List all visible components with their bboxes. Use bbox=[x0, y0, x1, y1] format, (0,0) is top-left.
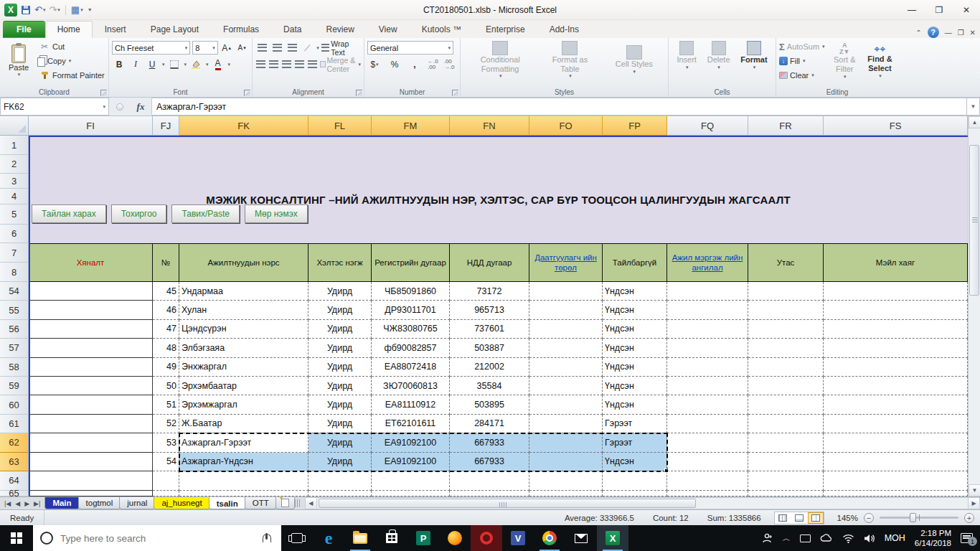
cell-FP63[interactable]: Үндсэн bbox=[603, 453, 667, 471]
wifi-icon[interactable] bbox=[842, 534, 854, 543]
cell-FQ61[interactable] bbox=[667, 415, 748, 433]
cell-FQ65[interactable] bbox=[667, 491, 748, 496]
cell-FI65[interactable] bbox=[29, 491, 153, 496]
formula-bar-input[interactable]: Азжаргал-Гэрээт bbox=[152, 98, 967, 116]
cell-FI64[interactable] bbox=[29, 471, 153, 491]
cell-FN65[interactable] bbox=[450, 491, 529, 496]
tab-scroll-splitter[interactable] bbox=[295, 499, 301, 507]
workbook-restore-icon[interactable]: ❐ bbox=[958, 29, 964, 37]
cell-FS57[interactable] bbox=[824, 339, 968, 357]
column-header-FQ[interactable]: FQ bbox=[667, 116, 748, 136]
scroll-up-icon[interactable]: ▲ bbox=[969, 116, 980, 128]
cell-FM61[interactable]: ЕТ62101611 bbox=[372, 415, 450, 433]
row-header-61[interactable]: 61 bbox=[0, 415, 29, 433]
cell-FN55[interactable]: 965713 bbox=[450, 301, 529, 319]
column-header-FR[interactable]: FR bbox=[748, 116, 824, 136]
percent-style-button[interactable]: % bbox=[387, 57, 402, 71]
sheet-top-region[interactable]: МЭЖИК КОНСАЛТИНГ –НИЙ АЖИЛТНУУДЫН НЭР, Х… bbox=[29, 136, 968, 243]
search-input[interactable] bbox=[60, 533, 255, 544]
cell-FP64[interactable] bbox=[603, 471, 667, 491]
find-select-button[interactable]: ⌖⌖Find & Select▾ bbox=[864, 39, 895, 83]
vertical-scrollbar[interactable]: ▲ ▼ bbox=[968, 116, 980, 496]
sheet-button-1[interactable]: Тайлан харах bbox=[32, 204, 106, 223]
undo-button[interactable]: ↶▾ bbox=[34, 4, 45, 15]
cell-FO62[interactable] bbox=[529, 433, 603, 452]
cell-FI60[interactable] bbox=[29, 395, 153, 414]
cell-FP57[interactable]: Үндсэн bbox=[603, 339, 667, 357]
cell-FJ56[interactable]: 47 bbox=[153, 320, 179, 339]
cell-FQ57[interactable] bbox=[667, 339, 748, 357]
fill-handle[interactable] bbox=[664, 468, 669, 473]
cell-FO63[interactable] bbox=[529, 453, 603, 471]
sheet-tab-togtmol[interactable]: togtmol bbox=[78, 497, 121, 509]
cell-FQ55[interactable] bbox=[667, 301, 748, 319]
cell-FN54[interactable]: 73172 bbox=[450, 282, 529, 301]
align-center-icon[interactable] bbox=[268, 57, 279, 71]
row-header-63[interactable]: 63 bbox=[0, 453, 29, 471]
cell-FL61[interactable]: Удирд bbox=[308, 415, 372, 433]
zoom-out-icon[interactable]: − bbox=[864, 513, 874, 523]
horizontal-scrollbar[interactable]: ◀ ▶ bbox=[305, 497, 980, 509]
tablet-mode-icon[interactable] bbox=[800, 534, 811, 542]
cell-FQ60[interactable] bbox=[667, 395, 748, 414]
borders-button[interactable] bbox=[167, 57, 182, 71]
row-header-55[interactable]: 55 bbox=[0, 301, 29, 319]
cell-FS54[interactable] bbox=[824, 282, 968, 301]
cell-FS55[interactable] bbox=[824, 301, 968, 319]
increase-decimal-icon[interactable]: ←.0.00 bbox=[428, 59, 438, 70]
cell-FR62[interactable] bbox=[748, 433, 824, 452]
cell-FR56[interactable] bbox=[748, 320, 824, 339]
cell-FN64[interactable] bbox=[450, 471, 529, 491]
ribbon-tab-file[interactable]: File bbox=[3, 21, 45, 38]
redo-button[interactable]: ↷▾ bbox=[49, 4, 60, 15]
cell-FI55[interactable] bbox=[29, 301, 153, 319]
cell-FL60[interactable]: Удирд bbox=[308, 395, 372, 414]
align-left-icon[interactable] bbox=[255, 57, 266, 71]
start-button[interactable] bbox=[0, 525, 33, 551]
cell-styles-button[interactable]: Cell Styles▾ bbox=[608, 39, 660, 80]
orientation-button[interactable]: ⟋ bbox=[301, 41, 314, 55]
cell-FO58[interactable] bbox=[529, 358, 603, 377]
sheet-button-3[interactable]: Тавих/Paste bbox=[171, 204, 240, 223]
sheet-button-4[interactable]: Мөр нэмэх bbox=[245, 204, 308, 223]
cell-FO59[interactable] bbox=[529, 377, 603, 395]
cell-FP55[interactable]: Үндсэн bbox=[603, 301, 667, 319]
microphone-icon[interactable] bbox=[263, 534, 271, 542]
insert-function-button[interactable]: fx bbox=[137, 101, 145, 113]
wrap-text-button[interactable]: Wrap Text bbox=[321, 41, 361, 55]
cell-FN59[interactable]: 35584 bbox=[450, 377, 529, 395]
comma-style-button[interactable]: , bbox=[407, 57, 422, 71]
next-sheet-icon[interactable]: ▶ bbox=[24, 500, 29, 507]
cell-FI63[interactable] bbox=[29, 453, 153, 471]
ribbon-tab-formulas[interactable]: Formulas bbox=[211, 21, 271, 38]
cell-FI62[interactable] bbox=[29, 433, 153, 452]
zoom-slider-thumb[interactable] bbox=[910, 513, 916, 522]
cell-FL62[interactable]: Удирд bbox=[308, 433, 372, 452]
column-header-FS[interactable]: FS bbox=[824, 116, 968, 136]
cell-FP56[interactable]: Үндсэн bbox=[603, 320, 667, 339]
cell-FR54[interactable] bbox=[748, 282, 824, 301]
name-box[interactable]: FK62▾ bbox=[0, 98, 109, 116]
cell-FS63[interactable] bbox=[824, 453, 968, 471]
increase-indent-icon[interactable] bbox=[307, 57, 318, 71]
decrease-indent-icon[interactable] bbox=[294, 57, 305, 71]
cell-FR55[interactable] bbox=[748, 301, 824, 319]
close-button[interactable]: ✕ bbox=[953, 1, 980, 19]
mail-taskbar-button[interactable] bbox=[565, 525, 597, 551]
row-header-59[interactable]: 59 bbox=[0, 377, 29, 395]
save-button[interactable] bbox=[21, 5, 31, 15]
workbook-minimize-icon[interactable]: — bbox=[945, 29, 952, 37]
cell-FR64[interactable] bbox=[748, 471, 824, 491]
scroll-right-icon[interactable]: ▶ bbox=[968, 497, 980, 509]
cell-FK62[interactable]: Азжаргал-Гэрээт bbox=[179, 433, 308, 452]
cell-FN57[interactable]: 503887 bbox=[450, 339, 529, 357]
cell-FP61[interactable]: Гэрээт bbox=[603, 415, 667, 433]
zoom-level[interactable]: 145% bbox=[837, 514, 858, 522]
align-right-icon[interactable] bbox=[281, 57, 292, 71]
cell-FP58[interactable]: Үндсэн bbox=[603, 358, 667, 377]
cell-FO61[interactable] bbox=[529, 415, 603, 433]
cell-FI58[interactable] bbox=[29, 358, 153, 377]
cell-FS62[interactable] bbox=[824, 433, 968, 452]
maximize-button[interactable]: ❐ bbox=[925, 1, 953, 19]
cell-FJ54[interactable]: 45 bbox=[153, 282, 179, 301]
